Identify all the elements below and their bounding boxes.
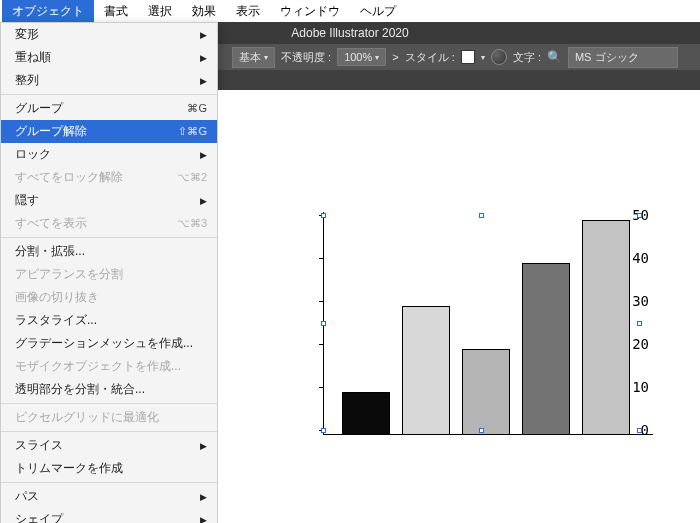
- bar-2[interactable]: [402, 306, 450, 435]
- chevron-down-icon: ▾: [264, 53, 268, 62]
- bar-chart[interactable]: 01020304050: [293, 215, 653, 440]
- menubar: オブジェクト書式選択効果表示ウィンドウヘルプ: [0, 0, 700, 22]
- menu-item-重ね順[interactable]: 重ね順: [1, 46, 217, 69]
- menu-item-パス[interactable]: パス: [1, 485, 217, 508]
- font-value: MS ゴシック: [575, 50, 639, 65]
- stroke-basic-dropdown[interactable]: 基本 ▾: [232, 47, 275, 68]
- shortcut: ⌥⌘2: [177, 171, 207, 184]
- menu-item-label: アピアランスを分割: [15, 266, 123, 283]
- menu-ヘルプ[interactable]: ヘルプ: [350, 0, 406, 23]
- menu-書式[interactable]: 書式: [94, 0, 138, 23]
- menu-item-label: ロック: [15, 146, 51, 163]
- shortcut: ⇧⌘G: [178, 125, 207, 138]
- bar-4[interactable]: [522, 263, 570, 435]
- menu-item-label: スライス: [15, 437, 63, 454]
- menu-item-変形[interactable]: 変形: [1, 23, 217, 46]
- bar-3[interactable]: [462, 349, 510, 435]
- separator: [1, 94, 217, 95]
- opacity-input[interactable]: 100% ▾: [337, 48, 386, 66]
- plot-area: [324, 215, 653, 435]
- menu-item-整列[interactable]: 整列: [1, 69, 217, 92]
- menu-item-グループ[interactable]: グループ⌘G: [1, 97, 217, 120]
- selection-handle[interactable]: [321, 428, 326, 433]
- menu-item-label: グループ解除: [15, 123, 87, 140]
- selection-handle[interactable]: [479, 428, 484, 433]
- selection-handle[interactable]: [637, 321, 642, 326]
- menu-効果[interactable]: 効果: [182, 0, 226, 23]
- menu-ウィンドウ[interactable]: ウィンドウ: [270, 0, 350, 23]
- menu-item-label: ラスタライズ...: [15, 312, 97, 329]
- bar-1[interactable]: [342, 392, 390, 435]
- menu-item-スライス[interactable]: スライス: [1, 434, 217, 457]
- menu-item-label: 整列: [15, 72, 39, 89]
- selection-handle[interactable]: [321, 321, 326, 326]
- menu-item-グループ解除[interactable]: グループ解除⇧⌘G: [1, 120, 217, 143]
- font-dropdown[interactable]: MS ゴシック: [568, 47, 678, 68]
- menu-item-画像の切り抜き: 画像の切り抜き: [1, 286, 217, 309]
- menu-item-label: 重ね順: [15, 49, 51, 66]
- menu-item-label: パス: [15, 488, 39, 505]
- basic-label: 基本: [239, 50, 261, 65]
- style-swatch[interactable]: [461, 50, 475, 64]
- shortcut: ⌘G: [187, 102, 207, 115]
- menu-item-すべてをロック解除: すべてをロック解除⌥⌘2: [1, 166, 217, 189]
- globe-icon[interactable]: [491, 49, 507, 65]
- separator: [1, 431, 217, 432]
- selection-handle[interactable]: [321, 213, 326, 218]
- search-icon: 🔍: [547, 50, 562, 64]
- menu-item-トリムマークを作成[interactable]: トリムマークを作成: [1, 457, 217, 480]
- menu-オブジェクト[interactable]: オブジェクト: [2, 0, 94, 23]
- menu-item-label: 隠す: [15, 192, 39, 209]
- style-label: スタイル :: [405, 50, 455, 65]
- menu-item-label: グループ: [15, 100, 63, 117]
- separator: [1, 237, 217, 238]
- menu-item-label: モザイクオブジェクトを作成...: [15, 358, 181, 375]
- menu-item-すべてを表示: すべてを表示⌥⌘3: [1, 212, 217, 235]
- menu-item-グラデーションメッシュを作成...[interactable]: グラデーションメッシュを作成...: [1, 332, 217, 355]
- shortcut: ⌥⌘3: [177, 217, 207, 230]
- menu-item-label: シェイプ: [15, 511, 63, 523]
- menu-item-ロック[interactable]: ロック: [1, 143, 217, 166]
- menu-item-label: すべてをロック解除: [15, 169, 123, 186]
- menu-item-label: 透明部分を分割・統合...: [15, 381, 145, 398]
- menu-item-ラスタライズ...[interactable]: ラスタライズ...: [1, 309, 217, 332]
- selection-handle[interactable]: [637, 213, 642, 218]
- separator: [1, 403, 217, 404]
- separator: [1, 482, 217, 483]
- menu-item-label: すべてを表示: [15, 215, 87, 232]
- menu-表示[interactable]: 表示: [226, 0, 270, 23]
- object-menu-dropdown: 変形重ね順整列グループ⌘Gグループ解除⇧⌘Gロックすべてをロック解除⌥⌘2隠すす…: [0, 22, 218, 523]
- bar-5[interactable]: [582, 220, 630, 435]
- selection-handle[interactable]: [637, 428, 642, 433]
- menu-選択[interactable]: 選択: [138, 0, 182, 23]
- menu-item-label: 変形: [15, 26, 39, 43]
- menu-item-シェイプ[interactable]: シェイプ: [1, 508, 217, 523]
- canvas-area[interactable]: 01020304050: [218, 90, 700, 523]
- chevron-down-icon: ▾: [481, 53, 485, 62]
- menu-item-label: ピクセルグリッドに最適化: [15, 409, 159, 426]
- text-label: 文字 :: [513, 50, 541, 65]
- menu-item-label: グラデーションメッシュを作成...: [15, 335, 193, 352]
- menu-item-分割・拡張...[interactable]: 分割・拡張...: [1, 240, 217, 263]
- selection-handle[interactable]: [479, 213, 484, 218]
- opacity-value: 100%: [344, 51, 372, 63]
- menu-item-label: 分割・拡張...: [15, 243, 85, 260]
- chevron-down-icon: ▾: [375, 53, 379, 62]
- menu-item-アピアランスを分割: アピアランスを分割: [1, 263, 217, 286]
- menu-item-label: 画像の切り抜き: [15, 289, 99, 306]
- menu-item-モザイクオブジェクトを作成...: モザイクオブジェクトを作成...: [1, 355, 217, 378]
- opacity-label: 不透明度 :: [281, 50, 331, 65]
- menu-item-label: トリムマークを作成: [15, 460, 123, 477]
- menu-item-隠す[interactable]: 隠す: [1, 189, 217, 212]
- menu-item-透明部分を分割・統合...[interactable]: 透明部分を分割・統合...: [1, 378, 217, 401]
- menu-item-ピクセルグリッドに最適化: ピクセルグリッドに最適化: [1, 406, 217, 429]
